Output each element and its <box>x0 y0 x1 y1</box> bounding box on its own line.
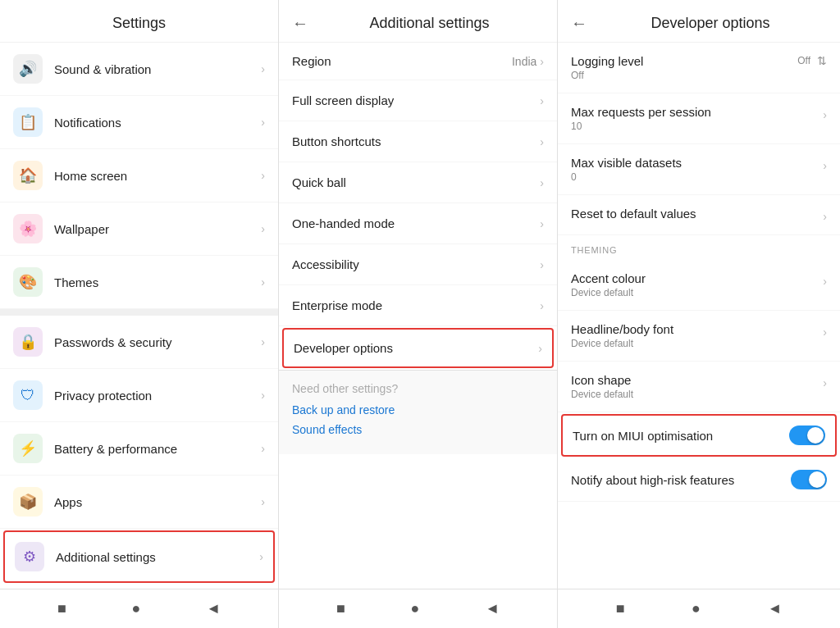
separator-1 <box>0 309 278 316</box>
sidebar-item-digital[interactable]: 🌿 Digital Wellbeing & parental controls … <box>0 585 278 589</box>
chevron-apps: › <box>261 495 265 508</box>
right-back-button[interactable]: ← <box>571 14 587 33</box>
middle-item-full-screen[interactable]: Full screen display › <box>279 80 557 121</box>
chevron-wallpaper: › <box>261 222 265 235</box>
item-text-privacy: Privacy protection <box>54 389 261 403</box>
right-item-max-visible[interactable]: Max visible datasets 0 › <box>558 144 840 195</box>
right-content: Logging level Off Off ⇅ Max requests per… <box>558 43 840 589</box>
middle-item-developer[interactable]: Developer options › <box>282 328 554 368</box>
bottom-link[interactable]: Sound effects <box>292 423 544 436</box>
right-theming-item-headline-font[interactable]: Headline/body font Device default › <box>558 311 840 362</box>
right-nav-circle[interactable]: ● <box>692 600 701 617</box>
icon-wallpaper: 🌸 <box>13 214 43 243</box>
sidebar-item-additional[interactable]: ⚙ Additional settings › <box>3 530 275 583</box>
middle-item-one-handed[interactable]: One-handed mode › <box>279 203 557 244</box>
chevron-privacy: › <box>261 389 265 402</box>
middle-nav-back[interactable]: ◄ <box>485 600 500 617</box>
chevron-themes: › <box>261 275 265 289</box>
chevron-battery: › <box>261 442 265 455</box>
right-item-max-requests[interactable]: Max requests per session 10 › <box>558 93 840 144</box>
chevron-reset-default: › <box>823 210 827 223</box>
right-item-reset-default[interactable]: Reset to default values › <box>558 195 840 235</box>
right-theming-item-accent-colour[interactable]: Accent colour Device default › <box>558 260 840 311</box>
middle-chevron-button-shortcuts: › <box>540 135 544 148</box>
item-text-battery: Battery & performance <box>54 442 261 456</box>
middle-label-quick-ball: Quick ball <box>292 175 540 189</box>
sidebar-item-home-screen[interactable]: 🏠 Home screen › <box>0 149 278 203</box>
toggle-switch-miui-opt[interactable] <box>789 425 825 445</box>
chevron-sound: › <box>261 62 265 75</box>
theming-chevron-icon-shape: › <box>823 376 827 389</box>
right-item-logging-level[interactable]: Logging level Off Off ⇅ <box>558 43 840 93</box>
sidebar-item-passwords[interactable]: 🔒 Passwords & security › <box>0 316 278 369</box>
logging-sub: Off <box>571 70 797 81</box>
text-max-visible: Max visible datasets 0 <box>571 156 823 183</box>
right-panel-header: ← Developer options <box>558 0 840 43</box>
item-label-passwords: Passwords & security <box>54 335 261 349</box>
middle-nav-circle[interactable]: ● <box>411 600 420 617</box>
chevron-max-visible: › <box>823 159 827 172</box>
left-panel-title: Settings <box>13 15 265 32</box>
middle-item-button-shortcuts[interactable]: Button shortcuts › <box>279 121 557 162</box>
chevron-notifications: › <box>261 116 265 129</box>
chevron-max-requests: › <box>823 108 827 121</box>
middle-panel: ← Additional settings Region India › Ful… <box>279 0 558 628</box>
item-text-notifications: Notifications <box>54 116 261 130</box>
middle-chevron-quick-ball: › <box>540 176 544 189</box>
left-nav-back[interactable]: ◄ <box>206 600 221 617</box>
sidebar-item-sound[interactable]: 🔊 Sound & vibration › <box>0 43 278 96</box>
middle-label-enterprise: Enterprise mode <box>292 298 540 312</box>
sidebar-item-apps[interactable]: 📦 Apps › <box>0 476 278 529</box>
left-nav: ■ ● ◄ <box>0 589 278 628</box>
item-text-themes: Themes <box>54 275 261 289</box>
item-text-apps: Apps <box>54 495 261 509</box>
bottom-link[interactable]: Back up and restore <box>292 403 544 416</box>
item-label-home-screen: Home screen <box>54 169 261 183</box>
right-theming-item-icon-shape[interactable]: Icon shape Device default › <box>558 362 840 412</box>
left-panel-header: Settings <box>0 0 278 43</box>
logging-label: Logging level <box>571 54 797 68</box>
text-reset-default: Reset to default values <box>571 207 823 221</box>
region-row[interactable]: Region India › <box>279 43 557 80</box>
right-nav-square[interactable]: ■ <box>616 600 625 617</box>
middle-panel-header: ← Additional settings <box>279 0 557 43</box>
middle-panel-title: Additional settings <box>315 15 544 32</box>
theming-label-icon-shape: Icon shape <box>571 373 823 387</box>
toggle-switch-high-risk[interactable] <box>791 470 827 489</box>
middle-item-quick-ball[interactable]: Quick ball › <box>279 162 557 203</box>
middle-label-accessibility: Accessibility <box>292 257 540 271</box>
left-nav-circle[interactable]: ● <box>132 600 141 617</box>
logging-control: Off ⇅ <box>797 54 827 67</box>
dev-label: Developer options <box>294 341 538 355</box>
left-nav-square[interactable]: ■ <box>57 600 66 617</box>
item-text-passwords: Passwords & security <box>54 335 261 349</box>
left-panel-content: 🔊 Sound & vibration › 📋 Notifications › … <box>0 43 278 589</box>
item-label-apps: Apps <box>54 495 261 509</box>
label-max-requests: Max requests per session <box>571 105 823 119</box>
label-reset-default: Reset to default values <box>571 207 823 221</box>
middle-item-enterprise[interactable]: Enterprise mode › <box>279 285 557 326</box>
sidebar-item-themes[interactable]: 🎨 Themes › <box>0 256 278 309</box>
theming-sub-accent-colour: Device default <box>571 287 823 298</box>
item-label-sound: Sound & vibration <box>54 62 261 76</box>
sidebar-item-battery[interactable]: ⚡ Battery & performance › <box>0 422 278 476</box>
theming-sub-headline-font: Device default <box>571 338 823 349</box>
right-nav-back[interactable]: ◄ <box>767 600 782 617</box>
sidebar-item-notifications[interactable]: 📋 Notifications › <box>0 96 278 149</box>
label-max-visible: Max visible datasets <box>571 156 823 170</box>
toggle-row-high-risk: Notify about high-risk features <box>558 458 840 502</box>
logging-spinner[interactable]: ⇅ <box>817 54 827 67</box>
middle-nav: ■ ● ◄ <box>279 589 557 628</box>
middle-nav-square[interactable]: ■ <box>336 600 345 617</box>
middle-back-button[interactable]: ← <box>292 14 308 33</box>
sidebar-item-privacy[interactable]: 🛡 Privacy protection › <box>0 369 278 422</box>
right-items-container: Logging level Off Off ⇅ Max requests per… <box>558 43 840 502</box>
right-nav: ■ ● ◄ <box>558 589 840 628</box>
logging-text: Logging level Off <box>571 54 797 81</box>
middle-item-accessibility[interactable]: Accessibility › <box>279 244 557 285</box>
sidebar-item-wallpaper[interactable]: 🌸 Wallpaper › <box>0 203 278 256</box>
theming-chevron-accent-colour: › <box>823 275 827 288</box>
icon-sound: 🔊 <box>13 54 43 84</box>
right-panel: ← Developer options Logging level Off Of… <box>558 0 840 628</box>
theming-text-headline-font: Headline/body font Device default <box>571 322 823 349</box>
